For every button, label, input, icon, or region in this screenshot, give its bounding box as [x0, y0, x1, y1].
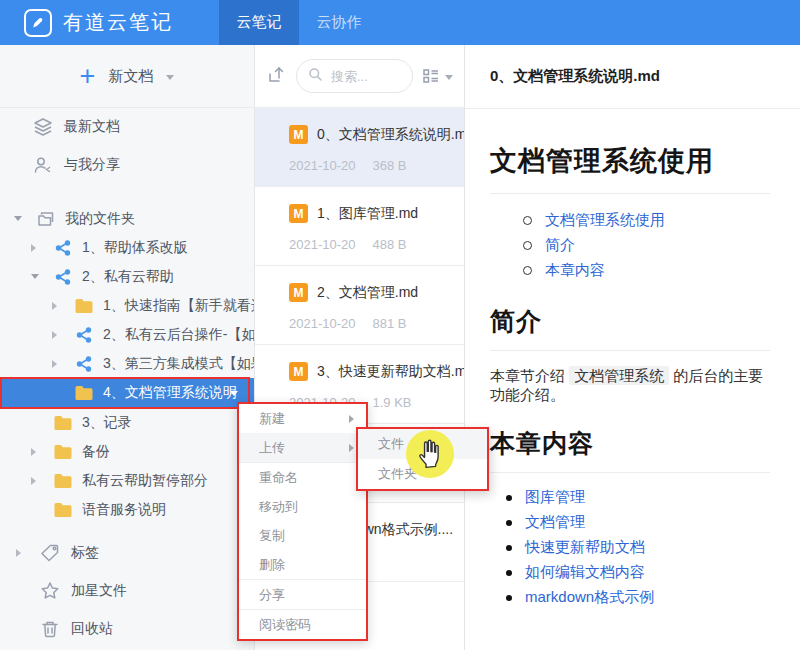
context-menu-item[interactable]: 分享: [239, 580, 366, 610]
toc-item: 文档管理系统使用: [504, 208, 770, 233]
tree-row[interactable]: 3、记录: [0, 408, 254, 437]
context-menu-item[interactable]: 阅读密码: [239, 610, 366, 639]
doc-h1: 文档管理系统使用: [490, 143, 770, 194]
markdown-file-badge: M: [289, 362, 308, 381]
tree-row[interactable]: 2、私有云帮助: [0, 262, 254, 291]
share-person-icon: [33, 155, 53, 175]
file-size: 1.9 KB: [373, 395, 412, 410]
sidebar-nav-item[interactable]: 最新文档: [0, 108, 254, 146]
file-date: 2021-10-20: [289, 316, 356, 331]
star-icon: [40, 581, 60, 601]
expand-arrow-right-icon: [52, 360, 57, 368]
expand-arrow-right-icon: [31, 477, 36, 485]
context-menu-item[interactable]: 移动到: [239, 492, 366, 521]
toc-item: 本章内容: [504, 258, 770, 283]
context-menu-item[interactable]: 重命名: [239, 463, 366, 492]
file-date: 2021-10-20: [289, 158, 356, 173]
app-logo: 有道云笔记: [24, 9, 173, 37]
app-title: 有道云笔记: [63, 9, 173, 36]
header-tabs: 云笔记 云协作: [219, 0, 379, 45]
sidebar-nav-item[interactable]: 与我分享: [0, 146, 254, 184]
file-date: 2021-10-20: [289, 237, 356, 252]
view-toggle-icon[interactable]: [421, 66, 453, 86]
tree-row[interactable]: 1、帮助体系改版: [0, 233, 254, 262]
tree-row[interactable]: 我的文件夹: [0, 204, 254, 233]
links-item: 如何编辑文档内容: [506, 560, 770, 585]
file-list-toolbar: [255, 45, 464, 108]
bullet-disc: [506, 545, 512, 551]
share-nodes-icon: [75, 326, 93, 344]
preview-body: 文档管理系统使用 文档管理系统使用 简介: [465, 109, 800, 610]
tree-row[interactable]: 备份: [0, 437, 254, 466]
markdown-file-badge: M: [289, 204, 308, 223]
toc-item: 简介: [504, 233, 770, 258]
preview-doc-title: 0、文档管理系统说明.md: [465, 45, 800, 109]
doc-link[interactable]: 如何编辑文档内容: [525, 563, 645, 582]
expand-arrow-right-icon: [16, 549, 21, 557]
doc-link[interactable]: markdown格式示例: [525, 588, 654, 607]
sidebar-nav-bottom: 标签 加星文件: [0, 534, 254, 648]
folder-icon: [54, 473, 73, 489]
bullet-disc: [506, 595, 512, 601]
doc-toc: 文档管理系统使用 简介 本章内容: [490, 208, 770, 283]
links-item: 图库管理: [506, 485, 770, 510]
tree-row[interactable]: 4、文档管理系统说明: [0, 378, 254, 408]
search-box[interactable]: [296, 59, 413, 93]
bullet-ring: [523, 216, 532, 225]
share-nodes-icon: [54, 239, 72, 257]
expand-arrow-down-icon: [14, 216, 22, 221]
tree-row[interactable]: 3、第三方集成模式【如果...: [0, 349, 254, 378]
new-document-button[interactable]: + 新文档: [0, 45, 254, 108]
links-item: 文档管理: [506, 510, 770, 535]
doc-h2-contents: 本章内容: [490, 427, 770, 473]
plus-icon: +: [80, 63, 96, 90]
header-tab[interactable]: 云协作: [299, 0, 379, 45]
folder-icon: [75, 298, 94, 314]
tree-row[interactable]: 语音服务说明: [0, 495, 254, 524]
bullet-ring: [523, 266, 532, 275]
context-menu-item[interactable]: 复制: [239, 521, 366, 550]
context-menu-item[interactable]: 上传: [239, 433, 366, 463]
row-actions-caret-icon[interactable]: [230, 391, 238, 396]
folder-icon: [54, 415, 73, 431]
sidebar-nav-item[interactable]: 标签: [0, 534, 254, 572]
expand-arrow-down-icon: [31, 274, 39, 279]
file-list-item[interactable]: M 0、文档管理系统说明.md 2021-10-20 368 B: [255, 108, 464, 187]
bullet-disc: [506, 495, 512, 501]
folders-icon: [36, 209, 56, 229]
file-list-item[interactable]: M 2、文档管理.md 2021-10-20 881 B: [255, 266, 464, 345]
notes-pen-icon: [24, 9, 52, 37]
expand-arrow-right-icon: [52, 302, 57, 310]
doc-link[interactable]: 快速更新帮助文档: [525, 538, 645, 557]
bullet-disc: [506, 520, 512, 526]
links-item: markdown格式示例: [506, 585, 770, 610]
doc-link[interactable]: 文档管理: [525, 513, 585, 532]
doc-link[interactable]: 图库管理: [525, 488, 585, 507]
header-tab[interactable]: 云笔记: [219, 0, 299, 45]
upload-icon[interactable]: [266, 63, 288, 89]
submenu-arrow-icon: [349, 444, 354, 452]
tree-row[interactable]: 1、快速指南【新手就看这...: [0, 291, 254, 320]
inline-code: 文档管理系统: [569, 366, 669, 385]
toc-link[interactable]: 本章内容: [545, 261, 605, 280]
chevron-down-icon[interactable]: [166, 75, 174, 80]
sidebar-nav-item[interactable]: 回收站: [0, 610, 254, 648]
layers-icon: [33, 117, 53, 137]
share-nodes-icon: [54, 268, 72, 286]
bullet-ring: [523, 241, 532, 250]
context-menu-item[interactable]: 新建: [239, 404, 366, 433]
intro-paragraph: 本章节介绍 文档管理系统 的后台的主要功能介绍。: [490, 367, 770, 405]
search-input[interactable]: [329, 68, 395, 85]
file-list-item[interactable]: M 1、图库管理.md 2021-10-20 488 B: [255, 187, 464, 266]
app-header: 有道云笔记 云笔记 云协作: [0, 0, 800, 45]
context-menu-item[interactable]: 删除: [239, 550, 366, 580]
preview-panel: 0、文档管理系统说明.md 文档管理系统使用 文档管理系统使用 简介: [465, 45, 800, 650]
toc-link[interactable]: 简介: [545, 236, 575, 255]
search-icon: [308, 67, 323, 86]
expand-arrow-right-icon: [31, 448, 36, 456]
bullet-disc: [506, 570, 512, 576]
tree-row[interactable]: 2、私有云后台操作-【如果...: [0, 320, 254, 349]
toc-link[interactable]: 文档管理系统使用: [545, 211, 665, 230]
sidebar-nav-item[interactable]: 加星文件: [0, 572, 254, 610]
tree-row[interactable]: 私有云帮助暂停部分: [0, 466, 254, 495]
